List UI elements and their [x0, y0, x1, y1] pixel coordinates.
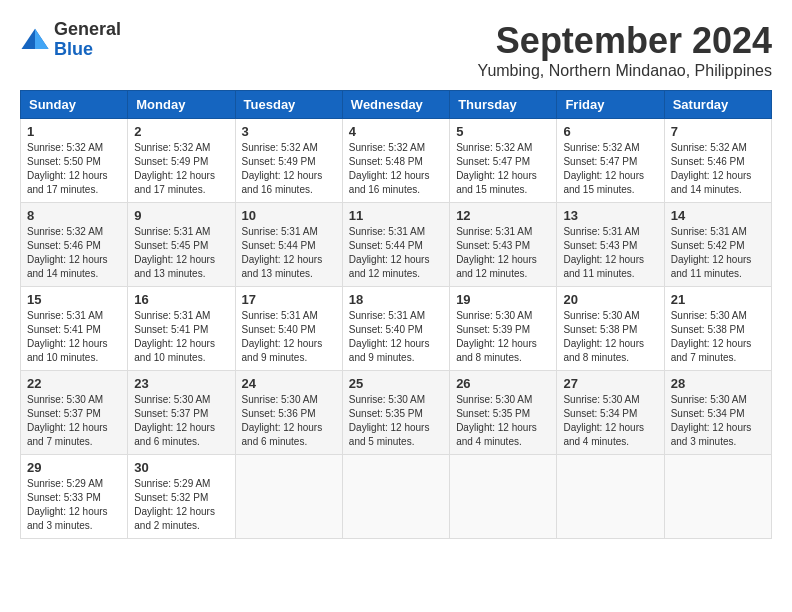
day-number: 4	[349, 124, 443, 139]
day-number: 27	[563, 376, 657, 391]
weekday-header-row: SundayMondayTuesdayWednesdayThursdayFrid…	[21, 91, 772, 119]
day-info: Sunrise: 5:30 AM Sunset: 5:37 PM Dayligh…	[134, 393, 228, 449]
day-number: 9	[134, 208, 228, 223]
day-number: 17	[242, 292, 336, 307]
day-info: Sunrise: 5:31 AM Sunset: 5:43 PM Dayligh…	[563, 225, 657, 281]
calendar-cell	[664, 455, 771, 539]
calendar-cell: 27Sunrise: 5:30 AM Sunset: 5:34 PM Dayli…	[557, 371, 664, 455]
day-info: Sunrise: 5:32 AM Sunset: 5:46 PM Dayligh…	[27, 225, 121, 281]
day-number: 25	[349, 376, 443, 391]
calendar-cell: 2Sunrise: 5:32 AM Sunset: 5:49 PM Daylig…	[128, 119, 235, 203]
calendar-cell: 28Sunrise: 5:30 AM Sunset: 5:34 PM Dayli…	[664, 371, 771, 455]
weekday-header-sunday: Sunday	[21, 91, 128, 119]
day-info: Sunrise: 5:31 AM Sunset: 5:42 PM Dayligh…	[671, 225, 765, 281]
calendar-cell: 30Sunrise: 5:29 AM Sunset: 5:32 PM Dayli…	[128, 455, 235, 539]
day-info: Sunrise: 5:30 AM Sunset: 5:38 PM Dayligh…	[563, 309, 657, 365]
day-info: Sunrise: 5:32 AM Sunset: 5:50 PM Dayligh…	[27, 141, 121, 197]
calendar-cell: 18Sunrise: 5:31 AM Sunset: 5:40 PM Dayli…	[342, 287, 449, 371]
calendar-cell: 21Sunrise: 5:30 AM Sunset: 5:38 PM Dayli…	[664, 287, 771, 371]
weekday-header-saturday: Saturday	[664, 91, 771, 119]
svg-marker-1	[35, 29, 49, 49]
calendar-cell: 4Sunrise: 5:32 AM Sunset: 5:48 PM Daylig…	[342, 119, 449, 203]
day-info: Sunrise: 5:31 AM Sunset: 5:45 PM Dayligh…	[134, 225, 228, 281]
location-title: Yumbing, Northern Mindanao, Philippines	[478, 62, 772, 80]
calendar-cell: 8Sunrise: 5:32 AM Sunset: 5:46 PM Daylig…	[21, 203, 128, 287]
calendar-cell: 14Sunrise: 5:31 AM Sunset: 5:42 PM Dayli…	[664, 203, 771, 287]
day-info: Sunrise: 5:30 AM Sunset: 5:36 PM Dayligh…	[242, 393, 336, 449]
calendar-cell: 23Sunrise: 5:30 AM Sunset: 5:37 PM Dayli…	[128, 371, 235, 455]
day-info: Sunrise: 5:30 AM Sunset: 5:37 PM Dayligh…	[27, 393, 121, 449]
day-number: 10	[242, 208, 336, 223]
calendar-cell	[235, 455, 342, 539]
day-number: 24	[242, 376, 336, 391]
day-number: 14	[671, 208, 765, 223]
calendar-week-4: 22Sunrise: 5:30 AM Sunset: 5:37 PM Dayli…	[21, 371, 772, 455]
day-number: 2	[134, 124, 228, 139]
weekday-header-wednesday: Wednesday	[342, 91, 449, 119]
calendar-cell: 13Sunrise: 5:31 AM Sunset: 5:43 PM Dayli…	[557, 203, 664, 287]
day-info: Sunrise: 5:31 AM Sunset: 5:41 PM Dayligh…	[134, 309, 228, 365]
calendar-cell: 15Sunrise: 5:31 AM Sunset: 5:41 PM Dayli…	[21, 287, 128, 371]
month-title: September 2024	[478, 20, 772, 62]
day-info: Sunrise: 5:32 AM Sunset: 5:47 PM Dayligh…	[456, 141, 550, 197]
calendar-cell: 7Sunrise: 5:32 AM Sunset: 5:46 PM Daylig…	[664, 119, 771, 203]
calendar-cell: 1Sunrise: 5:32 AM Sunset: 5:50 PM Daylig…	[21, 119, 128, 203]
day-info: Sunrise: 5:32 AM Sunset: 5:49 PM Dayligh…	[242, 141, 336, 197]
day-number: 15	[27, 292, 121, 307]
day-info: Sunrise: 5:31 AM Sunset: 5:40 PM Dayligh…	[242, 309, 336, 365]
day-number: 16	[134, 292, 228, 307]
calendar-cell: 6Sunrise: 5:32 AM Sunset: 5:47 PM Daylig…	[557, 119, 664, 203]
logo-general-text: General	[54, 20, 121, 40]
day-info: Sunrise: 5:30 AM Sunset: 5:35 PM Dayligh…	[456, 393, 550, 449]
day-number: 7	[671, 124, 765, 139]
day-number: 29	[27, 460, 121, 475]
day-info: Sunrise: 5:31 AM Sunset: 5:40 PM Dayligh…	[349, 309, 443, 365]
day-number: 20	[563, 292, 657, 307]
day-number: 22	[27, 376, 121, 391]
day-number: 12	[456, 208, 550, 223]
calendar-cell: 9Sunrise: 5:31 AM Sunset: 5:45 PM Daylig…	[128, 203, 235, 287]
calendar-cell: 5Sunrise: 5:32 AM Sunset: 5:47 PM Daylig…	[450, 119, 557, 203]
day-number: 11	[349, 208, 443, 223]
day-info: Sunrise: 5:29 AM Sunset: 5:32 PM Dayligh…	[134, 477, 228, 533]
calendar-cell: 20Sunrise: 5:30 AM Sunset: 5:38 PM Dayli…	[557, 287, 664, 371]
calendar-week-3: 15Sunrise: 5:31 AM Sunset: 5:41 PM Dayli…	[21, 287, 772, 371]
calendar-cell: 22Sunrise: 5:30 AM Sunset: 5:37 PM Dayli…	[21, 371, 128, 455]
day-info: Sunrise: 5:30 AM Sunset: 5:35 PM Dayligh…	[349, 393, 443, 449]
calendar-cell: 29Sunrise: 5:29 AM Sunset: 5:33 PM Dayli…	[21, 455, 128, 539]
day-number: 3	[242, 124, 336, 139]
calendar-cell: 19Sunrise: 5:30 AM Sunset: 5:39 PM Dayli…	[450, 287, 557, 371]
calendar-table: SundayMondayTuesdayWednesdayThursdayFrid…	[20, 90, 772, 539]
calendar-cell: 17Sunrise: 5:31 AM Sunset: 5:40 PM Dayli…	[235, 287, 342, 371]
logo-icon	[20, 25, 50, 55]
calendar-cell: 10Sunrise: 5:31 AM Sunset: 5:44 PM Dayli…	[235, 203, 342, 287]
day-info: Sunrise: 5:30 AM Sunset: 5:34 PM Dayligh…	[671, 393, 765, 449]
calendar-week-1: 1Sunrise: 5:32 AM Sunset: 5:50 PM Daylig…	[21, 119, 772, 203]
day-info: Sunrise: 5:32 AM Sunset: 5:46 PM Dayligh…	[671, 141, 765, 197]
day-number: 19	[456, 292, 550, 307]
day-number: 1	[27, 124, 121, 139]
calendar-cell: 16Sunrise: 5:31 AM Sunset: 5:41 PM Dayli…	[128, 287, 235, 371]
day-info: Sunrise: 5:31 AM Sunset: 5:44 PM Dayligh…	[242, 225, 336, 281]
weekday-header-monday: Monday	[128, 91, 235, 119]
day-info: Sunrise: 5:32 AM Sunset: 5:49 PM Dayligh…	[134, 141, 228, 197]
day-number: 23	[134, 376, 228, 391]
day-info: Sunrise: 5:32 AM Sunset: 5:47 PM Dayligh…	[563, 141, 657, 197]
day-info: Sunrise: 5:30 AM Sunset: 5:34 PM Dayligh…	[563, 393, 657, 449]
calendar-cell	[557, 455, 664, 539]
weekday-header-friday: Friday	[557, 91, 664, 119]
calendar-cell: 11Sunrise: 5:31 AM Sunset: 5:44 PM Dayli…	[342, 203, 449, 287]
calendar-cell: 3Sunrise: 5:32 AM Sunset: 5:49 PM Daylig…	[235, 119, 342, 203]
day-info: Sunrise: 5:30 AM Sunset: 5:39 PM Dayligh…	[456, 309, 550, 365]
day-info: Sunrise: 5:31 AM Sunset: 5:43 PM Dayligh…	[456, 225, 550, 281]
header: General Blue September 2024 Yumbing, Nor…	[20, 20, 772, 80]
calendar-cell	[450, 455, 557, 539]
calendar-cell: 26Sunrise: 5:30 AM Sunset: 5:35 PM Dayli…	[450, 371, 557, 455]
day-info: Sunrise: 5:31 AM Sunset: 5:41 PM Dayligh…	[27, 309, 121, 365]
day-number: 26	[456, 376, 550, 391]
day-number: 28	[671, 376, 765, 391]
calendar-cell	[342, 455, 449, 539]
weekday-header-thursday: Thursday	[450, 91, 557, 119]
day-number: 8	[27, 208, 121, 223]
day-number: 6	[563, 124, 657, 139]
